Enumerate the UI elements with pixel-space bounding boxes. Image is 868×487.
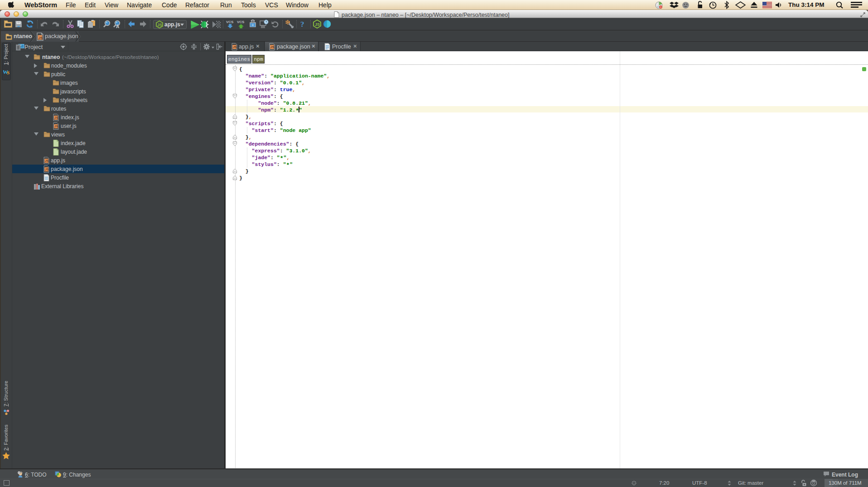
- svg-text:JS: JS: [315, 22, 320, 27]
- svg-text:JS: JS: [54, 116, 58, 119]
- svg-text:VCS: VCS: [226, 20, 234, 24]
- svg-text:JS: JS: [45, 168, 49, 171]
- svg-text:JS: JS: [54, 125, 58, 128]
- svg-text:JS: JS: [39, 36, 43, 40]
- svg-text:JS: JS: [270, 45, 275, 49]
- svg-text:A: A: [116, 24, 119, 29]
- svg-text:S: S: [7, 70, 10, 75]
- svg-text:JS: JS: [45, 159, 49, 162]
- svg-text:JS: JS: [233, 45, 237, 49]
- svg-text:VCS: VCS: [237, 20, 245, 24]
- svg-text:?: ?: [300, 20, 304, 29]
- svg-text:JS: JS: [157, 23, 162, 27]
